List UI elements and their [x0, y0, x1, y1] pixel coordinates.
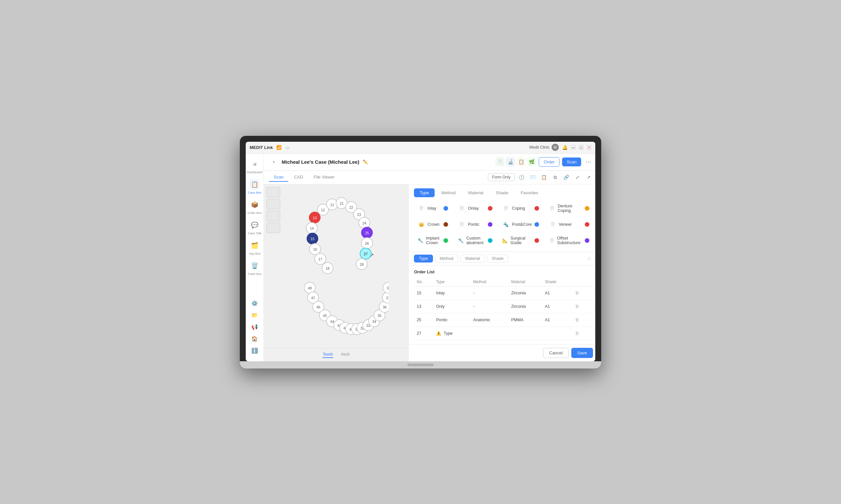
type-option-onlay[interactable]: 🦷 Onlay [454, 201, 496, 216]
icon-btn-2[interactable]: 🔬 [506, 157, 515, 166]
veneer-dot [585, 222, 589, 227]
row4-shade [543, 326, 571, 340]
sidebar-bottom: ⚙️ 📁 📢 🏠 ℹ️ [250, 298, 260, 359]
table-row: 13 Only - Zirconia A1 🗑 [414, 300, 593, 313]
info-icon[interactable]: ℹ️ [250, 345, 260, 356]
coping-dot [534, 206, 539, 211]
type-option-surgical-guide[interactable]: 📐 Surgical Guide [499, 233, 543, 248]
row4-material [509, 326, 543, 340]
more-button[interactable]: ⋯ [584, 157, 593, 166]
notification-icon[interactable]: 🔔 [562, 145, 568, 150]
col-no: No. [414, 277, 433, 286]
row4-type: ⚠️ Type [433, 326, 470, 340]
sidebar-item-case-box[interactable]: 📋 Case Box [246, 177, 263, 197]
user-info: Medit Clinic M [529, 144, 559, 151]
folder-icon[interactable]: 📁 [250, 310, 260, 321]
cancel-button[interactable]: Cancel [543, 348, 569, 358]
sidebar-label-app-box: App Box [249, 252, 260, 255]
type-tab-method[interactable]: Method [436, 188, 461, 197]
link-icon[interactable]: 🔗 [562, 173, 571, 181]
sidebar-label-trash-box: Trash Box [248, 272, 262, 276]
type-option-custom-abutment[interactable]: 🔧 Custom abutment [454, 233, 496, 248]
tab-scan[interactable]: Scan [269, 173, 288, 182]
row4-type-label: Type [444, 331, 453, 336]
case-icon: 📋 [250, 179, 260, 190]
step-tab-type[interactable]: Type [414, 255, 433, 263]
order-table: No. Type Method Material Shade [414, 277, 593, 340]
type-option-pontic[interactable]: 🦷 Pontic [454, 218, 496, 231]
svg-text:36: 36 [383, 305, 387, 309]
onlay-dot [488, 206, 493, 211]
svg-text:24: 24 [362, 221, 366, 225]
sidebar-label-case-talk: Case Talk [248, 231, 261, 235]
table-row: 27 ⚠️ Type 🗑 [414, 326, 593, 340]
sidebar: 📊 Dashboard 📋 Case Box 📦 Order Box 💬 Cas… [246, 154, 264, 361]
icon-btn-3[interactable]: 📋 [516, 157, 526, 166]
sidebar-item-case-talk[interactable]: 💬 Case Talk [246, 217, 263, 237]
wifi-icon: 📶 [276, 145, 281, 150]
type-tab-favorites[interactable]: Favorites [515, 188, 544, 197]
type-option-veneer[interactable]: 🦷 Veneer [545, 218, 593, 231]
minimize-button[interactable]: — [571, 145, 576, 150]
crown-icon: 👑 [417, 221, 425, 228]
row4-delete-button[interactable]: 🗑 [573, 329, 581, 337]
type-option-inlay[interactable]: 🦷 Inlay [414, 201, 452, 216]
step-tab-material[interactable]: Material [460, 255, 484, 263]
back-button[interactable]: ‹ [269, 157, 278, 166]
sidebar-item-dashboard[interactable]: 📊 Dashboard [246, 156, 263, 177]
laptop-base [240, 361, 601, 368]
svg-text:16: 16 [313, 247, 317, 251]
scan-button[interactable]: Scan [562, 158, 581, 166]
copy-icon[interactable]: 📋 [540, 173, 548, 181]
form-only-button[interactable]: Form Only [488, 173, 515, 181]
edit-icon[interactable]: ✏️ [363, 160, 368, 164]
step-tab-shade[interactable]: Shade [487, 255, 509, 263]
home-icon[interactable]: 🏠 [250, 334, 260, 344]
type-option-coping[interactable]: 🦷 Coping [499, 201, 543, 216]
row3-shade: A1 [543, 313, 571, 326]
icon-btn-4[interactable]: 🌿 [527, 157, 536, 166]
step-tabs-left: Type Method Material Shade [414, 255, 508, 263]
sidebar-label-dashboard: Dashboard [247, 170, 262, 174]
expand-icon[interactable]: ⤢ [573, 173, 582, 181]
share-icon[interactable]: ↗ [584, 173, 593, 181]
chart-tab-teeth[interactable]: Teeth [323, 352, 333, 358]
type-option-denture-coping[interactable]: 🦷 Denture Coping [545, 201, 593, 216]
favorites-star-button[interactable]: ☆ [585, 255, 593, 263]
megaphone-icon[interactable]: 📢 [250, 322, 260, 332]
settings-icon[interactable]: ⚙️ [250, 298, 260, 309]
order-button[interactable]: Order [539, 157, 560, 167]
row1-delete-button[interactable]: 🗑 [573, 289, 581, 297]
post-core-label: Post&Core [512, 222, 532, 227]
sidebar-item-app-box[interactable]: 🗂️ App Box [246, 237, 263, 258]
type-tab-material[interactable]: Material [463, 188, 489, 197]
svg-text:15: 15 [310, 237, 314, 241]
svg-text:34: 34 [372, 320, 376, 324]
tab-cad[interactable]: CAD [289, 173, 308, 182]
mail-icon[interactable]: ✉️ [529, 173, 537, 181]
maximize-button[interactable]: □ [579, 145, 583, 150]
type-tab-shade[interactable]: Shade [490, 188, 514, 197]
type-option-crown[interactable]: 👑 Crown [414, 218, 452, 231]
type-tabs: Type Method Material Shade Favorites [414, 188, 593, 197]
chart-tab-arch[interactable]: Arch [341, 352, 350, 358]
coping-label: Coping [512, 206, 525, 211]
step-tab-method[interactable]: Method [435, 255, 459, 263]
row3-delete-button[interactable]: 🗑 [573, 316, 581, 324]
sidebar-item-order-box[interactable]: 📦 Order Box [246, 197, 263, 217]
type-option-post-core[interactable]: 🔩 Post&Core [499, 218, 543, 231]
type-tab-type[interactable]: Type [414, 188, 434, 197]
post-core-icon: 🔩 [502, 221, 510, 228]
row2-delete-button[interactable]: 🗑 [573, 303, 581, 310]
cloud-icon: ☁️ [285, 145, 290, 150]
close-button[interactable]: ✕ [587, 145, 591, 150]
svg-text:18: 18 [326, 267, 329, 270]
sidebar-item-trash-box[interactable]: 🗑️ Trash Box [246, 258, 263, 278]
history-icon[interactable]: 🕐 [517, 173, 526, 181]
type-option-offset-substructure[interactable]: 🦷 Offset Substructure [545, 233, 593, 248]
icon-btn-1[interactable]: 🦷 [495, 157, 504, 166]
tab-file-viewer[interactable]: File Viewer [309, 173, 339, 182]
type-option-implant-crown[interactable]: 🔧 Implant Crown [414, 233, 452, 248]
duplicate-icon[interactable]: ⧉ [551, 173, 560, 181]
save-button[interactable]: Save [571, 348, 593, 358]
